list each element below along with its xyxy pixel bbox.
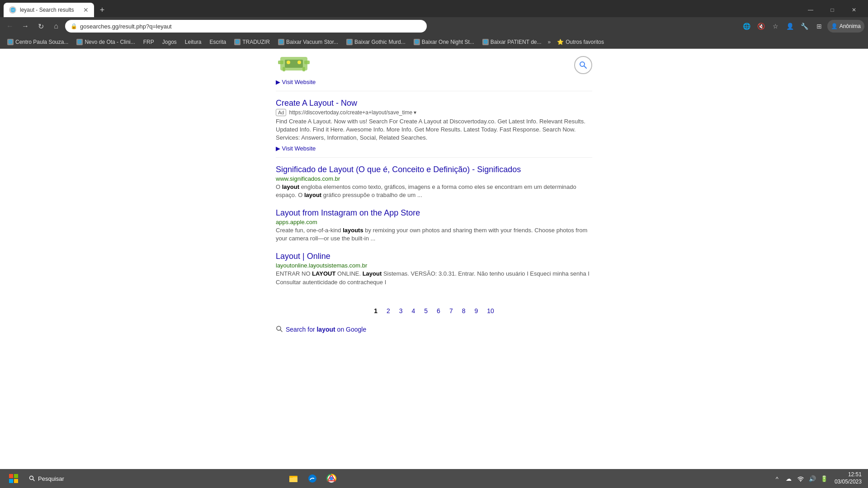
- svg-rect-16: [289, 476, 293, 478]
- forward-button[interactable]: →: [19, 20, 32, 33]
- google-search-link[interactable]: Search for layout on Google: [276, 321, 592, 343]
- bookmark-label: Jogos: [162, 39, 177, 45]
- bookmark-icon[interactable]: ☆: [769, 20, 782, 33]
- page-1[interactable]: 1: [371, 306, 380, 315]
- page-7[interactable]: 7: [447, 306, 456, 315]
- page-10[interactable]: 10: [484, 306, 497, 315]
- page-2[interactable]: 2: [384, 306, 393, 315]
- browser-profile-icon[interactable]: ⊞: [813, 20, 826, 33]
- ad-result-title[interactable]: Create A Layout - Now: [276, 99, 592, 108]
- bookmark-traduzir[interactable]: 🌐 TRADUZIR: [231, 38, 274, 46]
- result-layout-online-title[interactable]: Layout | Online: [276, 252, 592, 261]
- tray-volume-icon[interactable]: 🔊: [807, 474, 817, 483]
- new-tab-button[interactable]: +: [96, 4, 108, 16]
- page-8[interactable]: 8: [459, 306, 468, 315]
- page-6[interactable]: 6: [434, 306, 443, 315]
- result-layout-online: Layout | Online layoutonline.layoutsiste…: [276, 252, 592, 286]
- page-4[interactable]: 4: [409, 306, 418, 315]
- svg-rect-3: [304, 61, 310, 64]
- result-instagram: Layout from Instagram on the App Store a…: [276, 208, 592, 243]
- mute-icon[interactable]: 🔇: [755, 20, 768, 33]
- search-button[interactable]: [574, 56, 592, 74]
- ad-result-first: ▶ Visit Website: [276, 76, 592, 91]
- ad-result-create-layout: Create A Layout - Now Ad https://discove…: [276, 99, 592, 158]
- bookmark-favicon: 🌐: [278, 39, 284, 45]
- start-button[interactable]: [4, 470, 24, 487]
- profile-avatar: 👤: [831, 23, 838, 29]
- bookmark-onenight[interactable]: 🌐 Baixar One Night St...: [410, 38, 478, 46]
- svg-point-6: [287, 61, 290, 64]
- bookmark-nevo[interactable]: 🌐 Nevo de Ota - Clini...: [73, 38, 138, 46]
- visit-website-button-2[interactable]: ▶ Visit Website: [276, 145, 316, 152]
- clock-date: 03/05/2023: [835, 479, 862, 486]
- nav-bar: ← → ↻ ⌂ 🔒 gosearches.gg/result.php?q=ley…: [0, 17, 868, 35]
- tray-onedrive-icon[interactable]: ☁: [784, 474, 794, 483]
- bookmark-outros[interactable]: ⭐ Outros favoritos: [553, 38, 608, 46]
- bookmark-label: FRP: [143, 39, 154, 45]
- lock-icon: 🔒: [71, 23, 77, 29]
- taskbar-search-button[interactable]: Pesquisar: [25, 470, 68, 487]
- bookmark-escrita[interactable]: Escrita: [206, 38, 230, 46]
- svg-point-21: [800, 481, 801, 482]
- ad-url: https://discovertoday.co/create+a+layout…: [289, 109, 416, 116]
- taskbar-chrome-browser[interactable]: [323, 470, 340, 487]
- active-tab[interactable]: 🌐 leyaut - Search results ✕: [4, 3, 94, 17]
- ad-description: Find Create A Layout. Now with us! Searc…: [276, 117, 592, 142]
- page-content: ▶ Visit Website Create A Layout - Now Ad…: [0, 49, 868, 469]
- bookmark-favicon: 🌐: [414, 39, 420, 45]
- profile-button[interactable]: 👤 Anônima: [827, 20, 864, 33]
- bookmark-label: Centro Paula Souza...: [15, 39, 68, 45]
- taskbar-file-explorer[interactable]: [285, 470, 302, 487]
- back-button[interactable]: ←: [4, 20, 16, 33]
- page-3[interactable]: 3: [396, 306, 406, 315]
- system-clock[interactable]: 12:51 03/05/2023: [832, 471, 864, 485]
- reload-button[interactable]: ↻: [34, 20, 47, 33]
- bookmark-label: Outros favoritos: [566, 39, 604, 45]
- translate-icon[interactable]: 🌐: [741, 20, 753, 33]
- svg-line-11: [280, 330, 282, 332]
- ad-url-row: Ad https://discovertoday.co/create+a+lay…: [276, 109, 592, 116]
- result-instagram-desc: Create fun, one-of-a-kind layouts by rem…: [276, 226, 592, 243]
- result-significado-title[interactable]: Significado de Layout (O que é, Conceito…: [276, 165, 592, 174]
- tray-battery-icon[interactable]: 🔋: [819, 474, 829, 483]
- address-text: gosearches.gg/result.php?q=leyaut: [80, 23, 421, 30]
- home-button[interactable]: ⌂: [50, 20, 62, 33]
- bookmarks-more[interactable]: »: [548, 39, 551, 45]
- address-bar[interactable]: 🔒 gosearches.gg/result.php?q=leyaut: [65, 20, 427, 33]
- bookmark-frp[interactable]: FRP: [140, 38, 158, 46]
- bookmark-gothic[interactable]: 🌐 Baixar Gothic Murd...: [343, 38, 409, 46]
- google-search-text: Search for layout on Google: [286, 326, 366, 333]
- system-tray: ^ ☁ 🔊 🔋: [772, 474, 829, 483]
- clock-time: 12:51: [835, 471, 862, 479]
- tray-expand-icon[interactable]: ^: [772, 474, 782, 483]
- bookmark-vacuum[interactable]: 🌐 Baixar Vacuum Stor...: [274, 38, 342, 46]
- windows-logo-icon: [9, 474, 18, 483]
- bookmark-leitura[interactable]: Leitura: [181, 38, 205, 46]
- taskbar-edge-browser[interactable]: [304, 470, 321, 487]
- tab-close-button[interactable]: ✕: [83, 6, 89, 14]
- page-5[interactable]: 5: [421, 306, 430, 315]
- bookmark-jogos[interactable]: Jogos: [159, 38, 180, 46]
- tray-wifi-icon[interactable]: [796, 474, 806, 483]
- bookmark-label: Escrita: [210, 39, 226, 45]
- page-9[interactable]: 9: [472, 306, 481, 315]
- close-button[interactable]: ✕: [844, 1, 864, 19]
- bookmark-centro-paula[interactable]: 🌐 Centro Paula Souza...: [4, 38, 72, 46]
- results-container[interactable]: ▶ Visit Website Create A Layout - Now Ad…: [0, 49, 868, 469]
- minimize-button[interactable]: —: [800, 1, 821, 19]
- pagination: 1 2 3 4 5 6 7 8 9 10: [276, 296, 592, 321]
- svg-rect-15: [289, 477, 297, 482]
- visit-website-button-1[interactable]: ▶ Visit Website: [276, 79, 316, 85]
- profile-sync-icon[interactable]: 👤: [784, 20, 797, 33]
- result-instagram-title[interactable]: Layout from Instagram on the App Store: [276, 208, 592, 218]
- bookmark-label: Leitura: [185, 39, 202, 45]
- result-significado-desc: O layout engloba elementos como texto, g…: [276, 183, 592, 199]
- bookmark-label: Baixar One Night St...: [422, 39, 474, 45]
- taskbar-right: ^ ☁ 🔊 🔋 12:51 03/05/2023: [772, 471, 864, 485]
- svg-line-13: [33, 479, 35, 481]
- svg-rect-2: [278, 61, 283, 64]
- extensions-icon[interactable]: 🔧: [798, 20, 811, 33]
- maximize-button[interactable]: □: [822, 1, 843, 19]
- ad-label: Ad: [276, 109, 286, 116]
- bookmark-patient[interactable]: 🌐 Baixar PATIENT de...: [479, 38, 545, 46]
